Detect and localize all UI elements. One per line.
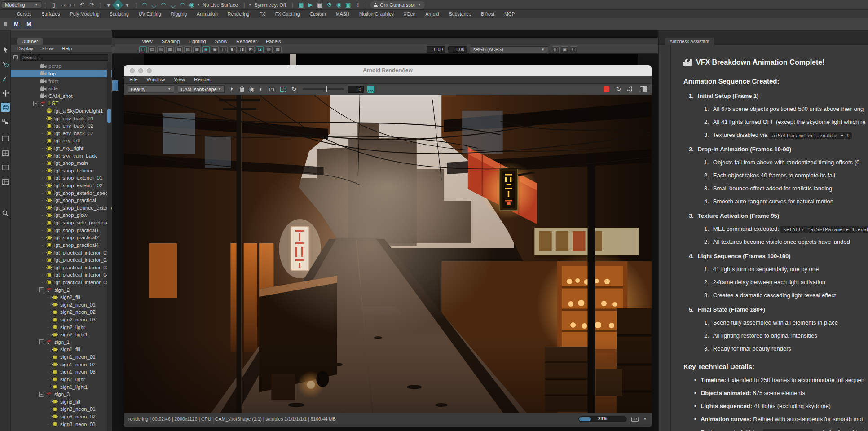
viewport-menu[interactable]: Renderer [236, 39, 257, 44]
shelf-tab[interactable]: Arnold [420, 10, 444, 18]
user-account-menu[interactable]: Orn Gunnarssor ▼ [370, 1, 425, 9]
outliner-node-CAM_shot[interactable]: CAM_shot [11, 92, 112, 100]
arnold-render-icon[interactable]: ▣ [344, 1, 352, 9]
outliner-node-side[interactable]: side [11, 85, 112, 92]
outliner-node-sign1_neon_03[interactable]: ·sign1_neon_03 [11, 368, 112, 376]
viewport-icon[interactable]: ▧ [175, 46, 183, 53]
zoom-tool-icon[interactable] [1, 209, 10, 218]
outliner-node-lgt_shop_exterior_spec[interactable]: ·lgt_shop_exterior_spec [11, 189, 112, 197]
outliner-menu[interactable]: Display [17, 46, 33, 51]
layout-split-icon[interactable] [1, 163, 10, 172]
redo-icon[interactable]: ↷ [87, 1, 96, 9]
outliner-node-sign1_neon_02[interactable]: ·sign1_neon_02 [11, 361, 112, 368]
lock-icon[interactable] [240, 87, 244, 92]
outliner-node-sign2_light1[interactable]: ·sign2_light1 [11, 331, 112, 339]
shelf-tab[interactable]: MCP [499, 10, 520, 18]
outliner-node-sign2_neon_02[interactable]: ·sign2_neon_02 [11, 308, 112, 316]
arnold-menu[interactable]: View [174, 77, 185, 82]
aov-dropdown[interactable]: Beauty ▼ [128, 85, 174, 93]
render-icon[interactable]: ▦ [297, 1, 305, 9]
camera-dropdown[interactable]: CAM_shotShape ▼ [178, 85, 225, 93]
outliner-node-lgt_shop_side_practical[interactable]: ·lgt_shop_side_practical [11, 219, 112, 227]
viewport-icon[interactable]: ◫ [139, 46, 147, 53]
zoom-progress[interactable]: 24% [578, 416, 627, 422]
outliner-node-front[interactable]: front [11, 77, 112, 85]
move-tool-icon[interactable] [1, 88, 10, 97]
shelf-tab[interactable]: Custom [305, 10, 331, 18]
outliner-node-sign1_neon_01[interactable]: ·sign1_neon_01 [11, 353, 112, 361]
make-live-icon[interactable]: ◉ [187, 1, 196, 9]
loop-icon[interactable]: ↻ [616, 86, 621, 92]
snap-grid-icon[interactable]: ◠ [140, 1, 149, 9]
shelf-tab[interactable]: XGen [399, 10, 421, 18]
checker-icon[interactable]: ◐ [260, 86, 263, 92]
outliner-node-lgt_shop_practical1[interactable]: ·lgt_shop_practical1 [11, 226, 112, 234]
outliner-node-sign_2[interactable]: −sign_2 [11, 286, 112, 294]
scrollbar-thumb[interactable] [107, 109, 111, 123]
outliner-node-LGT[interactable]: −LGT [11, 100, 112, 107]
arnold-menu[interactable]: Render [194, 77, 211, 82]
outliner-node-lgt_shop_practical2[interactable]: ·lgt_shop_practical2 [11, 234, 112, 242]
layout-outliner-icon[interactable] [1, 177, 10, 186]
region-marquee-icon[interactable] [280, 87, 286, 92]
chevron-down-icon[interactable]: ▼ [643, 417, 647, 421]
slider-knob[interactable] [326, 86, 327, 92]
outliner-node-sign3_neon_01[interactable]: ·sign3_neon_01 [11, 405, 112, 413]
snapshot-camera-icon[interactable] [631, 417, 639, 422]
stop-render-button[interactable] [604, 86, 609, 92]
outliner-node-lgt_practical_interior_03[interactable]: ·lgt_practical_interior_03 [11, 264, 112, 271]
arnold-menu[interactable]: Window [147, 77, 165, 82]
viewport-menu[interactable]: Panels [266, 39, 281, 44]
outliner-node-persp[interactable]: persp [11, 62, 112, 70]
save-scene-icon[interactable]: ▭ [68, 1, 77, 9]
layout-four-icon[interactable] [1, 149, 10, 158]
symmetry-label[interactable]: Symmetry: Off [255, 2, 286, 8]
outliner-node-lgt_practical_interior_01[interactable]: ·lgt_practical_interior_01 [11, 249, 112, 256]
outliner-node-sign_3[interactable]: −sign_3 [11, 391, 112, 398]
chevron-down-icon[interactable]: ▼ [248, 3, 252, 7]
shelf-tab[interactable]: UV Editing [134, 10, 166, 18]
undo-icon[interactable]: ↶ [78, 1, 86, 9]
shelf-tab[interactable]: FX [254, 10, 270, 18]
outliner-node-sign1_fill[interactable]: ·sign1_fill [11, 346, 112, 353]
viewport-icon[interactable]: ▢ [570, 46, 577, 53]
open-scene-icon[interactable]: ▱ [59, 1, 67, 9]
outliner-tab[interactable]: Outliner [17, 38, 43, 45]
shelf-tab[interactable]: Poly Modeling [65, 10, 105, 18]
outliner-node-lgt_practical_interior_04[interactable]: ·lgt_practical_interior_04 [11, 271, 112, 279]
outliner-node-sign2_light[interactable]: ·sign2_light [11, 323, 112, 331]
outliner-node-lgt_shop_main[interactable]: ·lgt_shop_main [11, 159, 112, 167]
chevron-down-icon[interactable]: ▼ [196, 3, 200, 7]
viewport-icon[interactable]: ▣ [211, 46, 219, 53]
outliner-node-lgt_shop_bounce[interactable]: ·lgt_shop_bounce [11, 167, 112, 175]
viewport-icon[interactable]: ▣ [561, 46, 568, 53]
outliner-node-sign1_light[interactable]: ·sign1_light [11, 376, 112, 383]
viewport-icon[interactable]: ◧ [229, 46, 237, 53]
viewport-icon[interactable]: ◩ [247, 46, 255, 53]
render-sequence-icon[interactable]: ▤ [316, 1, 324, 9]
sun-icon[interactable]: ☀ [229, 86, 234, 92]
outliner-node-sign_1[interactable]: −sign_1 [11, 339, 112, 346]
snap-curve-icon[interactable]: ◡ [150, 1, 158, 9]
pixel-ratio-label[interactable]: 1:1 [269, 87, 275, 92]
snap-point-icon[interactable]: ◠ [159, 1, 167, 9]
pause-icon[interactable]: ‖ [353, 1, 362, 9]
viewport-exposure-field[interactable]: 1.00 [448, 46, 467, 53]
render-image[interactable] [124, 95, 652, 413]
outliner-node-lgt_shop_glow[interactable]: ·lgt_shop_glow [11, 211, 112, 219]
shelf-tab[interactable]: FX Caching [270, 10, 305, 18]
outliner-node-lgt_env_back_01[interactable]: ·lgt_env_back_01 [11, 114, 112, 122]
shelf-tab[interactable]: Surfaces [36, 10, 65, 18]
shelf-tab[interactable]: Bifrost [476, 10, 499, 18]
outliner-menu[interactable]: Show [41, 46, 54, 51]
progressive-refine-icon[interactable] [626, 86, 634, 92]
snap-view-plane-icon[interactable]: ◠ [178, 1, 186, 9]
outliner-node-lgt_shop_exterior_01[interactable]: ·lgt_shop_exterior_01 [11, 174, 112, 182]
outliner-menu[interactable]: Help [62, 46, 72, 51]
viewport-menu[interactable]: Show [215, 39, 228, 44]
viewport-icon[interactable]: ▨ [184, 46, 192, 53]
outliner-node-sign2_neon_01[interactable]: ·sign2_neon_01 [11, 301, 112, 309]
paint-select-tool-icon[interactable] [1, 74, 10, 83]
outliner-node-sign1_light1[interactable]: ·sign1_light1 [11, 383, 112, 391]
split-view-icon[interactable] [640, 86, 647, 92]
